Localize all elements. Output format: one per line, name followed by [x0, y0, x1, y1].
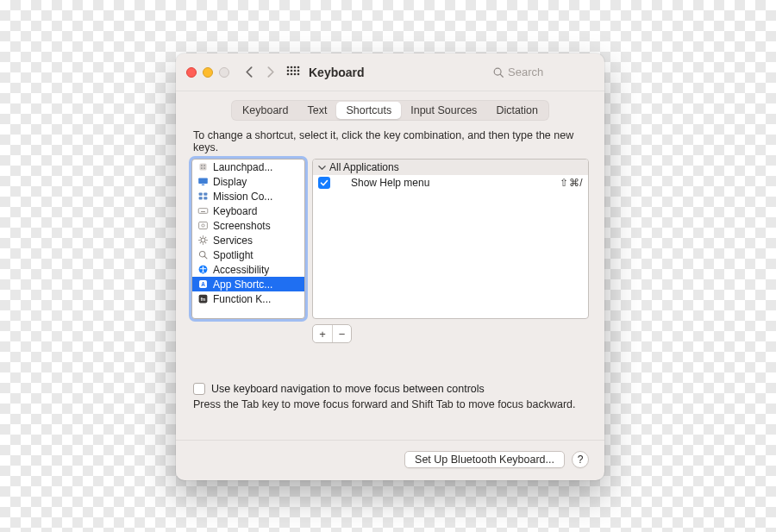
window-title: Keyboard [309, 66, 365, 79]
search-icon [492, 66, 504, 78]
preferences-window: Keyboard KeyboardTextShortcutsInput Sour… [176, 53, 604, 480]
category-label: Display [213, 176, 247, 188]
body: To change a shortcut, select it, click t… [176, 128, 604, 480]
keyboard-nav-label: Use keyboard navigation to move focus be… [211, 383, 485, 395]
category-label: Function K... [213, 293, 271, 305]
category-label: Launchpad... [213, 161, 272, 173]
svg-line-39 [204, 256, 207, 259]
svg-point-7 [297, 69, 300, 72]
shortcut-keys[interactable]: ⇧⌘/ [560, 177, 583, 189]
svg-point-15 [201, 165, 203, 166]
svg-point-9 [291, 72, 293, 75]
category-accessibility[interactable]: Accessibility [192, 262, 304, 277]
keyboard-nav-checkbox-row[interactable]: Use keyboard navigation to move focus be… [191, 383, 589, 395]
category-label: Services [213, 235, 253, 247]
category-label: Keyboard [213, 205, 257, 217]
svg-rect-14 [199, 163, 206, 170]
tab-shortcuts[interactable]: Shortcuts [336, 102, 401, 119]
svg-line-36 [205, 237, 206, 238]
svg-point-5 [291, 69, 293, 72]
svg-rect-23 [198, 197, 202, 199]
tab-dictation[interactable]: Dictation [486, 102, 548, 119]
svg-point-28 [201, 224, 203, 227]
shortcut-checkbox[interactable] [318, 177, 330, 189]
shortcut-row[interactable]: Show Help menu⇧⌘/ [313, 175, 588, 191]
svg-rect-25 [198, 209, 208, 214]
zoom-button[interactable] [219, 67, 229, 78]
group-label: All Applications [329, 161, 399, 173]
back-button[interactable] [240, 63, 259, 82]
svg-point-16 [203, 165, 205, 166]
search-icon [197, 249, 209, 261]
category-keyboard[interactable]: Keyboard [192, 203, 304, 218]
tab-keyboard[interactable]: Keyboard [233, 102, 298, 119]
keyboard-nav-checkbox[interactable] [193, 383, 205, 395]
show-all-button[interactable] [285, 64, 302, 81]
forward-button[interactable] [260, 63, 279, 82]
tab-text[interactable]: Text [297, 102, 336, 119]
traffic-lights [186, 67, 229, 78]
gear-icon [197, 235, 209, 247]
category-screenshot[interactable]: Screenshots [192, 218, 304, 233]
svg-line-37 [199, 242, 200, 243]
category-label: Accessibility [213, 264, 269, 276]
appshortcut-icon: A [197, 279, 209, 291]
close-button[interactable] [186, 67, 197, 78]
category-label: App Shortc... [213, 279, 272, 291]
help-button[interactable]: ? [572, 451, 589, 468]
add-button[interactable]: + [313, 325, 332, 342]
category-mission[interactable]: Mission Co... [192, 189, 304, 203]
panes: Launchpad...DisplayMission Co...Keyboard… [191, 159, 589, 319]
category-search[interactable]: Spotlight [192, 247, 304, 262]
fn-icon: fn [197, 293, 209, 305]
svg-point-18 [203, 167, 205, 169]
footer: Set Up Bluetooth Keyboard... ? [176, 440, 604, 468]
svg-rect-20 [201, 185, 203, 185]
svg-line-35 [205, 242, 206, 243]
svg-rect-19 [198, 178, 208, 184]
svg-point-2 [294, 66, 297, 68]
svg-rect-24 [203, 197, 207, 199]
svg-point-11 [297, 72, 300, 75]
svg-rect-22 [203, 192, 207, 195]
svg-line-13 [500, 74, 503, 77]
add-remove-row: + − [191, 324, 589, 343]
category-rocket[interactable]: Launchpad... [192, 160, 304, 174]
tabs-row: KeyboardTextShortcutsInput SourcesDictat… [176, 91, 604, 128]
bluetooth-keyboard-button[interactable]: Set Up Bluetooth Keyboard... [404, 451, 565, 468]
keyboard-icon [197, 205, 209, 217]
category-label: Screenshots [213, 220, 271, 232]
keyboard-nav-hint: Press the Tab key to move focus forward … [191, 398, 589, 410]
category-gear[interactable]: Services [192, 233, 304, 247]
mission-icon [197, 191, 209, 203]
svg-point-0 [287, 66, 290, 68]
group-header[interactable]: All Applications [313, 160, 588, 175]
minimize-button[interactable] [203, 67, 213, 78]
search-field[interactable] [492, 66, 594, 78]
svg-rect-27 [198, 222, 207, 228]
titlebar: Keyboard [176, 53, 604, 91]
svg-point-29 [201, 238, 205, 242]
svg-point-1 [291, 66, 293, 68]
rocket-icon [197, 161, 209, 173]
tab-input-sources[interactable]: Input Sources [401, 102, 486, 119]
category-monitor[interactable]: Display [192, 174, 304, 189]
svg-point-10 [294, 72, 297, 75]
remove-button[interactable]: − [332, 325, 351, 342]
category-appshortcut[interactable]: AApp Shortc... [192, 277, 304, 291]
svg-point-4 [287, 69, 290, 72]
search-input[interactable] [508, 66, 594, 78]
svg-rect-21 [198, 192, 202, 195]
svg-point-41 [202, 266, 203, 268]
accessibility-icon [197, 264, 209, 276]
category-label: Spotlight [213, 249, 253, 261]
segmented-tabs: KeyboardTextShortcutsInput SourcesDictat… [231, 100, 549, 121]
category-list[interactable]: Launchpad...DisplayMission Co...Keyboard… [191, 159, 305, 319]
shortcut-list[interactable]: All Applications Show Help menu⇧⌘/ [312, 159, 589, 319]
monitor-icon [197, 176, 209, 188]
shortcut-name: Show Help menu [339, 177, 560, 189]
chevron-down-icon [318, 164, 326, 172]
svg-point-3 [297, 66, 300, 68]
svg-point-8 [287, 72, 290, 75]
category-fn[interactable]: fnFunction K... [192, 291, 304, 306]
